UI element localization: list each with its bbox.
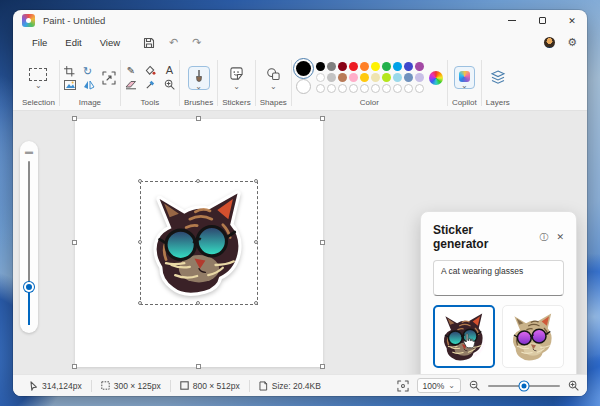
color-swatch-r2-5[interactable] xyxy=(360,73,369,82)
menu-edit[interactable]: Edit xyxy=(56,34,90,51)
copilot-group[interactable]: ⌄ Copilot xyxy=(449,56,480,110)
redo-icon[interactable]: ↷ xyxy=(192,37,201,48)
fill-bucket-icon[interactable] xyxy=(145,65,156,76)
layers-group[interactable]: Layers xyxy=(483,56,513,110)
edit-colors-icon[interactable] xyxy=(429,71,443,85)
magnifier-icon[interactable] xyxy=(164,79,175,90)
color-swatch-r1-3[interactable] xyxy=(338,62,347,71)
brush-size-track[interactable] xyxy=(28,161,30,325)
eraser-icon[interactable] xyxy=(125,80,137,90)
settings-gear-icon[interactable]: ⚙ xyxy=(567,36,577,49)
fit-to-window-icon[interactable] xyxy=(397,380,409,392)
rotate-icon[interactable]: ↻ xyxy=(83,66,95,77)
selection-handle-1[interactable] xyxy=(138,179,142,183)
zoom-slider-thumb[interactable] xyxy=(520,381,529,390)
menu-file[interactable]: File xyxy=(23,34,56,51)
custom-color-slot-3[interactable] xyxy=(338,84,347,93)
custom-color-slot-7[interactable] xyxy=(382,84,391,93)
photo-icon[interactable] xyxy=(64,80,76,90)
custom-color-slot-1[interactable] xyxy=(316,84,325,93)
brushes-group[interactable]: ⌄ Brushes xyxy=(181,56,216,110)
color-swatch-r1-9[interactable] xyxy=(404,62,413,71)
color-swatch-r1-2[interactable] xyxy=(327,62,336,71)
custom-color-slot-6[interactable] xyxy=(371,84,380,93)
custom-color-slot-4[interactable] xyxy=(349,84,358,93)
color-swatch-r2-10[interactable] xyxy=(415,73,424,82)
custom-color-slot-8[interactable] xyxy=(393,84,402,93)
canvas-resize-handle-6[interactable] xyxy=(72,364,77,369)
panel-close-icon[interactable]: ✕ xyxy=(556,232,564,242)
prompt-input[interactable]: A cat wearing glasses xyxy=(433,260,564,296)
selection-handle-6[interactable] xyxy=(138,301,142,305)
custom-color-slot-10[interactable] xyxy=(415,84,424,93)
secondary-color-swatch[interactable] xyxy=(296,79,311,94)
brushes-button[interactable]: ⌄ xyxy=(188,66,210,90)
zoom-in-icon[interactable] xyxy=(568,380,579,391)
zoom-out-icon[interactable] xyxy=(469,380,480,391)
selection-handle-2[interactable] xyxy=(196,179,200,183)
image-size-status: 800 × 512px xyxy=(171,381,249,391)
undo-icon[interactable]: ↶ xyxy=(169,37,178,48)
minimize-button[interactable] xyxy=(497,10,527,31)
canvas-resize-handle-2[interactable] xyxy=(196,116,201,121)
selection-marquee[interactable] xyxy=(140,181,258,305)
copilot-button[interactable]: ⌄ xyxy=(454,66,475,89)
color-swatch-r1-8[interactable] xyxy=(393,62,402,71)
color-swatch-r1-6[interactable] xyxy=(371,62,380,71)
selection-handle-7[interactable] xyxy=(196,301,200,305)
zoom-slider[interactable] xyxy=(488,385,560,387)
pencil-icon[interactable]: ✎ xyxy=(127,66,135,76)
text-tool-icon[interactable]: A xyxy=(166,65,173,76)
color-swatch-r1-4[interactable] xyxy=(349,62,358,71)
chevron-down-icon: ⌄ xyxy=(229,85,244,89)
brush-size-thumb[interactable] xyxy=(24,282,34,292)
color-swatch-r2-9[interactable] xyxy=(404,73,413,82)
eyedropper-icon[interactable] xyxy=(145,79,156,90)
zoom-level-dropdown[interactable]: 100% ⌄ xyxy=(417,378,461,393)
selection-handle-8[interactable] xyxy=(254,301,258,305)
sticker-thumbnail-1[interactable] xyxy=(433,305,495,368)
color-swatch-r2-1[interactable] xyxy=(316,73,325,82)
drawing-canvas[interactable] xyxy=(75,119,323,367)
canvas-resize-handle-8[interactable] xyxy=(320,364,325,369)
canvas-resize-handle-7[interactable] xyxy=(196,364,201,369)
close-button[interactable]: ✕ xyxy=(557,10,587,31)
flip-icon[interactable] xyxy=(83,80,95,90)
shapes-group[interactable]: ⌄ Shapes xyxy=(257,56,290,110)
color-swatch-r2-4[interactable] xyxy=(349,73,358,82)
info-icon[interactable]: ⓘ xyxy=(539,231,548,244)
color-swatch-r1-5[interactable] xyxy=(360,62,369,71)
crop-icon[interactable] xyxy=(64,66,75,77)
stickers-group[interactable]: ⌄ Stickers xyxy=(219,56,253,110)
selection-handle-4[interactable] xyxy=(138,240,142,244)
save-icon[interactable] xyxy=(143,37,155,49)
menu-view[interactable]: View xyxy=(91,34,129,51)
primary-color-swatch[interactable] xyxy=(296,61,311,76)
selection-handle-3[interactable] xyxy=(254,179,258,183)
account-avatar[interactable] xyxy=(544,37,555,48)
color-swatch-r2-2[interactable] xyxy=(327,73,336,82)
sticker-thumbnail-2[interactable] xyxy=(502,305,564,368)
brush-size-slider[interactable]: ▬ xyxy=(20,141,38,333)
selection-handle-5[interactable] xyxy=(254,240,258,244)
custom-color-slot-5[interactable] xyxy=(360,84,369,93)
resize-icon[interactable] xyxy=(102,71,116,85)
color-swatch-r1-7[interactable] xyxy=(382,62,391,71)
canvas-resize-handle-5[interactable] xyxy=(320,240,325,245)
color-swatch-r1-1[interactable] xyxy=(316,62,325,71)
color-swatch-r2-3[interactable] xyxy=(338,73,347,82)
chevron-down-icon: ⌄ xyxy=(29,84,47,88)
color-swatch-r2-6[interactable] xyxy=(371,73,380,82)
selection-tool-group[interactable]: ⌄ Selection xyxy=(19,56,58,110)
color-swatch-r2-7[interactable] xyxy=(382,73,391,82)
canvas-resize-handle-4[interactable] xyxy=(72,240,77,245)
titlebar[interactable]: Paint - Untitled ✕ xyxy=(13,10,587,31)
maximize-button[interactable] xyxy=(527,10,557,31)
custom-color-slot-2[interactable] xyxy=(327,84,336,93)
color-swatch-r2-8[interactable] xyxy=(393,73,402,82)
canvas-resize-handle-1[interactable] xyxy=(72,116,77,121)
canvas-resize-handle-3[interactable] xyxy=(320,116,325,121)
custom-color-slot-9[interactable] xyxy=(404,84,413,93)
cat-sticker-on-canvas[interactable] xyxy=(144,185,254,301)
color-swatch-r1-10[interactable] xyxy=(415,62,424,71)
